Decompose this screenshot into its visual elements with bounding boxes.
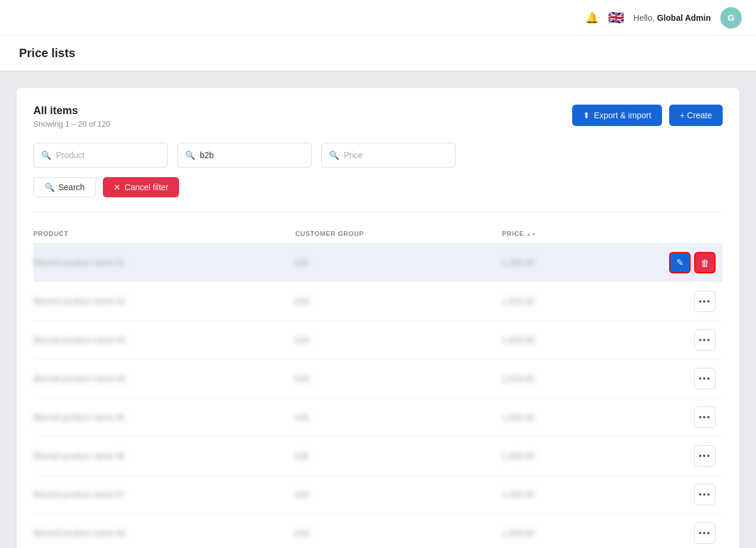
cell-customer-group: b2b: [295, 244, 502, 282]
product-search-icon: 🔍: [41, 150, 51, 160]
card-actions: ⬆ Export & import + Create: [572, 105, 723, 126]
cell-customer-group: b2b: [295, 475, 502, 514]
table-row: Blurred product name 05b2b1,000.00•••: [33, 398, 723, 437]
header-username: Global Admin: [657, 13, 711, 23]
price-filter-wrap: 🔍: [321, 143, 456, 168]
table-row: Blurred product name 04b2b1,000.00•••: [33, 360, 723, 398]
col-header-customer-group: CUSTOMER GROUP: [295, 224, 502, 244]
filter-actions: 🔍 Search ✕ Cancel filter: [33, 177, 723, 197]
filter-row: 🔍 🔍 🔍: [33, 143, 723, 168]
cell-actions: •••: [640, 360, 723, 398]
product-filter-wrap: 🔍: [33, 143, 168, 168]
items-card: All items Showing 1 – 20 of 120 ⬆ Export…: [17, 88, 739, 548]
table-row: Blurred product name 07b2b1,000.00•••: [33, 475, 723, 514]
cell-customer-group: b2b: [295, 360, 502, 398]
table-body: Blurred product name 01b2b1,000.00✎🗑Blur…: [33, 244, 723, 549]
cell-actions: •••: [640, 475, 723, 514]
cell-price: 1,000.00: [502, 514, 640, 549]
more-options-button[interactable]: •••: [694, 291, 716, 312]
more-options-button[interactable]: •••: [694, 484, 716, 505]
header-greeting: Hello, Global Admin: [633, 13, 711, 23]
section-divider: [33, 212, 723, 212]
table-row: Blurred product name 02b2b1,000.00•••: [33, 282, 723, 321]
cell-actions: •••: [640, 514, 723, 549]
table-row: Blurred product name 01b2b1,000.00✎🗑: [33, 244, 723, 282]
cell-product: Blurred product name 06: [33, 437, 295, 475]
more-options-button[interactable]: •••: [694, 407, 716, 428]
page-title-bar: Price lists: [0, 36, 756, 71]
cell-customer-group: b2b: [295, 398, 502, 437]
price-list-table: PRODUCT CUSTOMER GROUP PRICE ▲▼ Blurred …: [33, 224, 723, 548]
edit-button[interactable]: ✎: [669, 252, 691, 273]
card-title-section: All items Showing 1 – 20 of 120: [33, 105, 110, 128]
user-avatar[interactable]: G: [720, 7, 742, 29]
cell-price: 1,000.00: [502, 282, 640, 321]
main-content: All items Showing 1 – 20 of 120 ⬆ Export…: [0, 71, 756, 548]
export-import-button[interactable]: ⬆ Export & import: [572, 105, 661, 126]
more-options-button[interactable]: •••: [694, 522, 716, 544]
search-button[interactable]: 🔍 Search: [33, 177, 96, 197]
price-search-icon: 🔍: [329, 150, 339, 160]
cell-product: Blurred product name 05: [33, 398, 295, 437]
cell-customer-group: b2b: [295, 321, 502, 360]
cancel-filter-icon: ✕: [114, 182, 121, 192]
page-title: Price lists: [19, 46, 737, 60]
cell-product: Blurred product name 07: [33, 475, 295, 514]
table-row: Blurred product name 03b2b1,000.00•••: [33, 321, 723, 360]
card-subtitle: Showing 1 – 20 of 120: [33, 119, 110, 128]
card-title: All items: [33, 105, 110, 117]
cell-price: 1,000.00: [502, 475, 640, 514]
col-header-price: PRICE ▲▼: [502, 224, 640, 244]
notification-bell-icon[interactable]: 🔔: [585, 11, 598, 24]
cell-price: 1,000.00: [502, 321, 640, 360]
cell-actions: •••: [640, 398, 723, 437]
search-button-icon: 🔍: [45, 182, 55, 192]
cell-price: 1,000.00: [502, 437, 640, 475]
cancel-filter-button[interactable]: ✕ Cancel filter: [103, 177, 179, 197]
cell-product: Blurred product name 04: [33, 360, 295, 398]
price-sort-icon[interactable]: ▲▼: [526, 232, 537, 237]
table-row: Blurred product name 06b2b1,000.00•••: [33, 437, 723, 475]
table-header: PRODUCT CUSTOMER GROUP PRICE ▲▼: [33, 224, 723, 244]
cell-actions: •••: [640, 437, 723, 475]
card-header: All items Showing 1 – 20 of 120 ⬆ Export…: [33, 105, 723, 128]
cell-customer-group: b2b: [295, 282, 502, 321]
more-options-button[interactable]: •••: [694, 368, 716, 389]
price-filter-input[interactable]: [344, 150, 448, 160]
search-button-label: Search: [58, 182, 84, 192]
cell-price: 1,000.00: [502, 360, 640, 398]
table-row: Blurred product name 08b2b1,000.00•••: [33, 514, 723, 549]
delete-button[interactable]: 🗑: [694, 252, 716, 273]
cell-product: Blurred product name 03: [33, 321, 295, 360]
group-search-icon: 🔍: [185, 150, 195, 160]
cell-product: Blurred product name 01: [33, 244, 295, 282]
col-header-product: PRODUCT: [33, 224, 295, 244]
cell-customer-group: b2b: [295, 514, 502, 549]
create-button[interactable]: + Create: [669, 105, 723, 126]
cell-product: Blurred product name 02: [33, 282, 295, 321]
group-filter-wrap: 🔍: [177, 143, 312, 168]
cell-customer-group: b2b: [295, 437, 502, 475]
more-options-button[interactable]: •••: [694, 445, 716, 467]
cancel-filter-label: Cancel filter: [124, 182, 168, 192]
cell-price: 1,000.00: [502, 244, 640, 282]
more-options-button[interactable]: •••: [694, 329, 716, 351]
cell-product: Blurred product name 08: [33, 514, 295, 549]
cell-actions: •••: [640, 282, 723, 321]
cell-price: 1,000.00: [502, 398, 640, 437]
cell-actions: ✎🗑: [640, 244, 723, 282]
export-icon: ⬆: [583, 111, 590, 120]
col-header-actions: [640, 224, 723, 244]
cell-actions: •••: [640, 321, 723, 360]
app-header: 🔔 🇬🇧 Hello, Global Admin G: [0, 0, 756, 36]
product-filter-input[interactable]: [56, 150, 160, 160]
language-flag-icon[interactable]: 🇬🇧: [608, 10, 624, 26]
group-filter-input[interactable]: [200, 150, 304, 160]
